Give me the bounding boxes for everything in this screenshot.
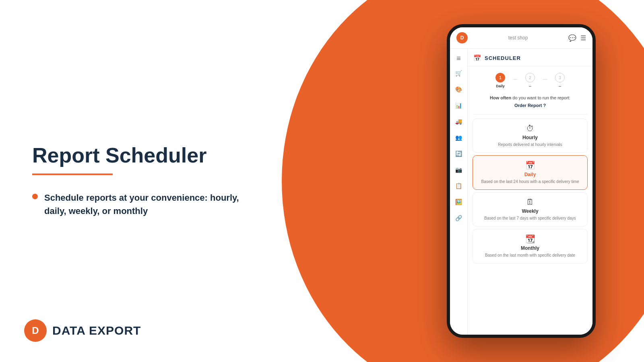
phone-mockup: D test shop 💬 ☰ ≡ 🛒 🎨 📊 🚚 👥 🔄 📷 📋 🖼️ [447,24,596,338]
schedule-option-weekly[interactable]: 🗓 Weekly Based on the last 7 days with s… [473,192,588,226]
sidebar-item-theme[interactable]: 🎨 [452,82,466,97]
how-often-strong: How often [490,95,511,100]
weekly-icon: 🗓 [478,197,582,207]
bullet-point: Schedule reports at your convenience: ho… [32,191,242,218]
left-content: Report Scheduler Schedule reports at you… [32,144,242,218]
shop-name: test shop [508,35,528,41]
schedule-option-monthly[interactable]: 📆 Monthly Based on the last month with s… [473,229,588,263]
daily-icon: 📅 [478,160,582,170]
schedule-option-daily[interactable]: 📅 Daily Based on the last 24 hours with … [473,155,588,190]
step-2-circle: 2 [525,73,535,82]
hourly-title: Hourly [478,135,582,140]
phone-container: D test shop 💬 ☰ ≡ 🛒 🎨 📊 🚚 👥 🔄 📷 📋 🖼️ [447,24,596,338]
sidebar-item-camera[interactable]: 📷 [452,162,466,177]
page-title: Report Scheduler [32,144,242,167]
sidebar-menu-toggle[interactable]: ≡ [455,53,462,64]
logo-icon: D [24,319,47,342]
step-3-circle: 3 [555,73,565,82]
scheduler-header-icon: 📅 [473,54,481,62]
sidebar-item-analytics[interactable]: 📊 [452,98,466,113]
weekly-desc: Based on the last 7 days with specific d… [478,216,582,221]
sidebar-item-users[interactable]: 👥 [452,130,466,145]
menu-icon[interactable]: ☰ [580,34,586,42]
step-3-label: -- [559,84,561,88]
daily-desc: Based on the last 24 hours with a specif… [478,179,582,185]
logo-text: DATA EXPORT [52,324,141,337]
step-2[interactable]: 2 -- [525,73,535,88]
hourly-desc: Reports delivered at hourly intervals [478,142,582,148]
sidebar-item-share[interactable]: 🔗 [452,211,466,225]
steps-row: 1 Daily — 2 -- — 3 -- [468,66,592,91]
bullet-text: Schedule reports at your convenience: ho… [44,191,242,218]
step-1-label: Daily [496,84,505,88]
sidebar-item-sync[interactable]: 🔄 [452,146,466,161]
scheduler-header-title: SCHEDULER [485,55,521,61]
sidebar-item-reports[interactable]: 📋 [452,179,466,193]
hourly-icon: ⏱ [478,124,582,133]
chat-icon[interactable]: 💬 [568,34,576,42]
daily-title: Daily [478,172,582,177]
divider [473,114,587,115]
phone-main-content: 📅 SCHEDULER 1 Daily — 2 -- — [468,49,592,335]
order-report-label: Order Report ? [468,103,592,113]
phone-body: ≡ 🛒 🎨 📊 🚚 👥 🔄 📷 📋 🖼️ 🔗 📅 SCHEDULER [450,49,592,335]
step-separator-1: — [513,77,517,81]
title-underline [32,174,113,175]
schedule-option-hourly[interactable]: ⏱ Hourly Reports delivered at hourly int… [473,119,588,153]
bullet-dot [32,194,38,200]
step-3[interactable]: 3 -- [555,73,565,88]
phone-topbar: D test shop 💬 ☰ [450,27,592,49]
step-1[interactable]: 1 Daily [495,73,505,88]
phone-sidebar: ≡ 🛒 🎨 📊 🚚 👥 🔄 📷 📋 🖼️ 🔗 [450,49,468,335]
monthly-title: Monthly [478,245,582,251]
step-separator-2: — [543,77,547,81]
monthly-icon: 📆 [478,234,582,244]
app-logo: D [456,32,468,43]
sidebar-item-cart[interactable]: 🛒 [452,66,466,80]
weekly-title: Weekly [478,208,582,214]
monthly-desc: Based on the last month with specific de… [478,253,582,258]
topbar-icons: 💬 ☰ [568,34,586,42]
logo-area: D DATA EXPORT [24,319,141,342]
scheduler-header: 📅 SCHEDULER [468,49,592,66]
step-1-circle: 1 [495,73,505,82]
sidebar-item-delivery[interactable]: 🚚 [452,114,466,129]
step-2-label: -- [529,84,531,88]
how-often-suffix: do you want to run the report: [511,95,570,100]
sidebar-item-media[interactable]: 🖼️ [452,195,466,209]
how-often-text: How often do you want to run the report: [468,91,592,103]
